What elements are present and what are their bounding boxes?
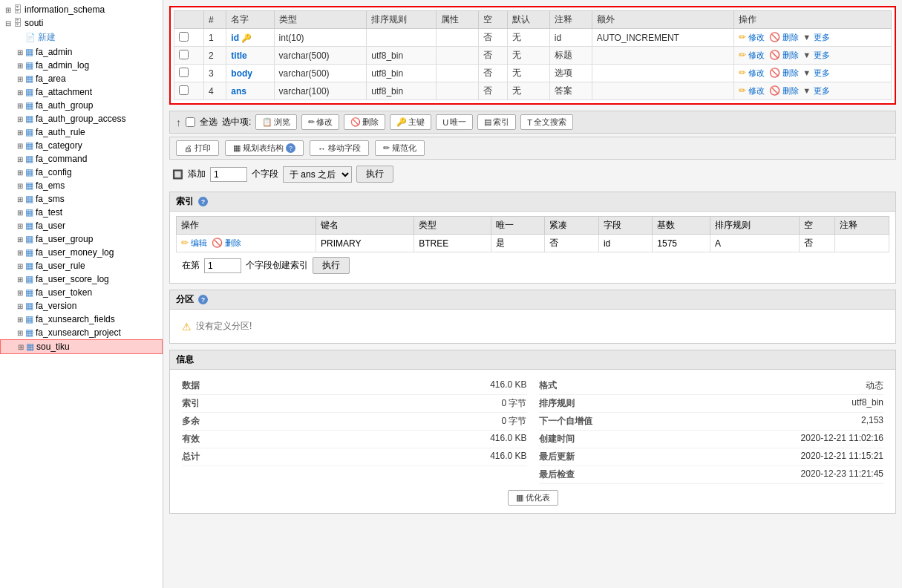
toggle-icon[interactable]: ⊞ <box>15 314 25 324</box>
index-count-input[interactable] <box>204 258 241 273</box>
field-name-link[interactable]: ans <box>231 86 246 97</box>
toggle-icon[interactable]: ⊟ <box>3 18 13 28</box>
create-index-execute-button[interactable]: 执行 <box>313 257 350 274</box>
sidebar-item-label: fa_user_score_log <box>36 274 109 284</box>
sidebar-item-fa-attachment[interactable]: ⊞ ▦ fa_attachment <box>0 85 163 99</box>
delete-link[interactable]: 删除 <box>782 50 799 59</box>
sidebar-item-fa-user-money-log[interactable]: ⊞ ▦ fa_user_money_log <box>0 246 163 259</box>
toggle-icon[interactable]: ⊞ <box>15 207 25 218</box>
sidebar-item-new[interactable]: 📄 新建 <box>0 30 163 45</box>
sidebar-item-fa-area[interactable]: ⊞ ▦ fa_area <box>0 72 163 85</box>
toggle-icon[interactable]: ⊞ <box>3 4 13 15</box>
select-all-checkbox[interactable] <box>186 117 195 127</box>
toggle-icon[interactable]: ⊞ <box>15 74 25 84</box>
sidebar-item-fa-user-score-log[interactable]: ⊞ ▦ fa_user_score_log <box>0 272 163 286</box>
toggle-icon[interactable]: ⊞ <box>15 167 25 177</box>
sidebar-item-fa-user-token[interactable]: ⊞ ▦ fa_user_token <box>0 286 163 299</box>
delete-index-link[interactable]: 删除 <box>225 238 241 247</box>
sidebar-item-fa-category[interactable]: ⊞ ▦ fa_category <box>0 139 163 152</box>
field-name-link[interactable]: id <box>231 33 239 43</box>
row-checkbox[interactable] <box>179 68 189 77</box>
sidebar-item-fa-ems[interactable]: ⊞ ▦ fa_ems <box>0 179 163 192</box>
sidebar-item-fa-sms[interactable]: ⊞ ▦ fa_sms <box>0 192 163 206</box>
sidebar-item-fa-command[interactable]: ⊞ ▦ fa_command <box>0 152 163 166</box>
sidebar-item-fa-version[interactable]: ⊞ ▦ fa_version <box>0 299 163 313</box>
sidebar-item-fa-auth-group[interactable]: ⊞ ▦ fa_auth_group <box>0 99 163 112</box>
sidebar-item-fa-user-group[interactable]: ⊞ ▦ fa_user_group <box>0 232 163 246</box>
optimize-button[interactable]: ▦ 优化表 <box>508 490 558 506</box>
field-name-link[interactable]: title <box>231 50 246 61</box>
sidebar-item-fa-auth-group-access[interactable]: ⊞ ▦ fa_auth_group_access <box>0 112 163 125</box>
sidebar-item-fa-user-rule[interactable]: ⊞ ▦ fa_user_rule <box>0 259 163 272</box>
normalize-button[interactable]: ✏ 规范化 <box>375 140 425 156</box>
sidebar-item-label: fa_auth_group_access <box>36 114 125 124</box>
toggle-icon[interactable]: ⊞ <box>15 194 25 204</box>
info-header: 信息 <box>170 350 895 370</box>
sidebar-item-information-schema[interactable]: ⊞ 🗄 information_schema <box>0 3 163 16</box>
sidebar-item-fa-admin[interactable]: ⊞ ▦ fa_admin <box>0 45 163 59</box>
more-link[interactable]: 更多 <box>814 33 830 42</box>
row-checkbox[interactable] <box>179 85 189 95</box>
add-position-select[interactable]: 于 ans 之后 于开头 于结尾 <box>283 166 352 183</box>
modify-link[interactable]: 修改 <box>748 50 765 59</box>
sidebar-item-souti[interactable]: ⊟ 🗄 souti <box>0 16 163 30</box>
toggle-icon[interactable]: ⊞ <box>15 301 25 311</box>
toggle-icon[interactable]: ⊞ <box>15 127 25 137</box>
more-link[interactable]: 更多 <box>814 86 830 95</box>
toggle-icon[interactable]: ⊞ <box>15 60 25 71</box>
scroll-up-icon[interactable]: ↑ <box>176 117 181 128</box>
table-icon: ▦ <box>25 180 33 191</box>
toggle-icon[interactable]: ⊞ <box>15 274 25 284</box>
toggle-icon[interactable]: ⊞ <box>15 247 25 258</box>
sidebar-item-fa-xunsearch-project[interactable]: ⊞ ▦ fa_xunsearch_project <box>0 326 163 339</box>
plan-structure-button[interactable]: ▦ 规划表结构 ? <box>225 140 304 156</box>
sidebar-item-fa-admin-log[interactable]: ⊞ ▦ fa_admin_log <box>0 59 163 72</box>
more-link[interactable]: 更多 <box>814 50 830 59</box>
toggle-icon[interactable]: ⊞ <box>15 87 25 97</box>
toggle-icon[interactable]: ⊞ <box>15 287 25 298</box>
print-icon: 🖨 <box>184 144 192 153</box>
delete-link[interactable]: 删除 <box>782 86 799 95</box>
more-link[interactable]: 更多 <box>814 68 830 77</box>
modify-link[interactable]: 修改 <box>748 68 765 77</box>
sidebar-item-fa-auth-rule[interactable]: ⊞ ▦ fa_auth_rule <box>0 125 163 139</box>
toggle-icon[interactable]: ⊞ <box>15 100 25 111</box>
fulltext-button[interactable]: T 全文搜索 <box>520 114 573 130</box>
delete-link[interactable]: 删除 <box>782 33 799 42</box>
modify-link[interactable]: 修改 <box>748 86 765 95</box>
delete-button[interactable]: 🚫 删除 <box>344 114 385 130</box>
toggle-icon[interactable]: ⊞ <box>15 327 25 338</box>
toggle-icon[interactable]: ⊞ <box>15 234 25 244</box>
browse-button[interactable]: 📋 浏览 <box>255 114 297 130</box>
toggle-icon[interactable]: ⊞ <box>15 261 25 271</box>
toggle-icon[interactable]: ⊞ <box>15 140 25 151</box>
toggle-icon[interactable]: ⊞ <box>16 342 26 352</box>
sidebar-item-fa-config[interactable]: ⊞ ▦ fa_config <box>0 166 163 179</box>
row-checkbox[interactable] <box>179 50 189 59</box>
add-field-execute-button[interactable]: 执行 <box>356 166 393 183</box>
primary-key-button[interactable]: 🔑 主键 <box>390 114 431 130</box>
toggle-icon[interactable]: ⊞ <box>15 47 25 57</box>
index-info-badge[interactable]: ? <box>198 197 208 206</box>
sidebar-item-fa-test[interactable]: ⊞ ▦ fa_test <box>0 206 163 219</box>
field-name-link[interactable]: body <box>231 68 252 79</box>
row-checkbox[interactable] <box>179 32 189 42</box>
info-left: 数据 416.0 KB 索引 0 字节 多余 0 字节 有效 416.0 KB <box>176 374 533 487</box>
delete-link[interactable]: 删除 <box>782 68 799 77</box>
move-field-button[interactable]: ↔ 移动字段 <box>310 140 369 156</box>
modify-link[interactable]: 修改 <box>748 33 765 42</box>
unique-button[interactable]: U 唯一 <box>436 114 473 130</box>
partition-info-badge[interactable]: ? <box>198 295 208 304</box>
toggle-icon[interactable]: ⊞ <box>15 180 25 191</box>
toggle-icon[interactable]: ⊞ <box>15 154 25 164</box>
add-field-count-input[interactable] <box>210 167 247 182</box>
print-button[interactable]: 🖨 打印 <box>176 140 219 156</box>
toggle-icon[interactable]: ⊞ <box>15 114 25 124</box>
sidebar-item-fa-user[interactable]: ⊞ ▦ fa_user <box>0 219 163 232</box>
index-button[interactable]: ▤ 索引 <box>477 114 516 130</box>
modify-button[interactable]: ✏ 修改 <box>301 114 339 130</box>
sidebar-item-fa-xunsearch-fields[interactable]: ⊞ ▦ fa_xunsearch_fields <box>0 313 163 326</box>
toggle-icon[interactable]: ⊞ <box>15 220 25 231</box>
sidebar-item-sou-tiku[interactable]: ⊞ ▦ sou_tiku <box>0 339 163 354</box>
edit-index-link[interactable]: 编辑 <box>191 238 207 247</box>
